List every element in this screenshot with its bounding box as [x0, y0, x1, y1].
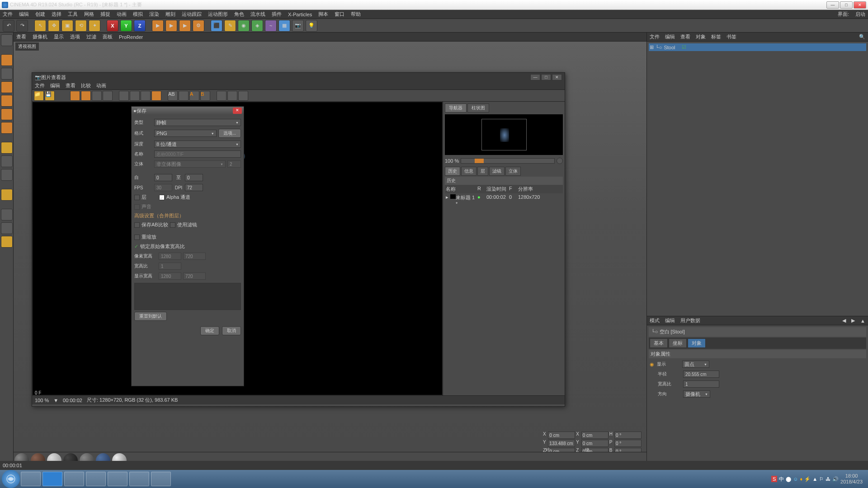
rotate-tool[interactable]: ⟲: [75, 20, 87, 32]
x-pos-input[interactable]: [548, 432, 575, 439]
bend-button[interactable]: ~: [265, 20, 277, 32]
camera-button[interactable]: 📷: [292, 20, 304, 32]
subdiv-button[interactable]: ◉: [238, 20, 250, 32]
pv-tool1-button[interactable]: [70, 91, 80, 101]
obj-menu-object[interactable]: 对象: [696, 33, 706, 40]
viewport-solo-button[interactable]: [1, 155, 13, 167]
menu-render[interactable]: 渲染: [149, 11, 159, 18]
reset-button[interactable]: 重置到默认: [134, 312, 167, 321]
pv-b-button[interactable]: B: [200, 91, 210, 101]
menu-pipeline[interactable]: 流水线: [250, 11, 265, 18]
pv-menu-compare[interactable]: 比较: [81, 82, 91, 89]
y-pos-input[interactable]: [548, 440, 575, 447]
name-input[interactable]: [154, 150, 241, 158]
alpha-checkbox[interactable]: ✓: [159, 195, 165, 200]
task-paint[interactable]: [151, 472, 171, 486]
pixel-w-input[interactable]: [159, 253, 181, 260]
tab-stereo[interactable]: 立体: [505, 167, 521, 176]
tab-info[interactable]: 信息: [461, 167, 476, 176]
layout-value[interactable]: 启动: [855, 11, 865, 18]
axis-x-toggle[interactable]: X: [107, 20, 118, 32]
nav-up-icon[interactable]: ▲: [860, 318, 865, 324]
select-tool[interactable]: ↖: [34, 20, 46, 32]
menu-script[interactable]: 脚本: [318, 11, 328, 18]
pv-close-button[interactable]: ✕: [552, 74, 562, 80]
render-button[interactable]: ▶: [152, 20, 164, 32]
h-input[interactable]: [614, 432, 642, 439]
search-icon[interactable]: 🔍: [859, 34, 865, 40]
display-h-input[interactable]: [183, 272, 206, 280]
tray-icon[interactable]: ♦: [800, 476, 803, 482]
ok-button[interactable]: 确定: [200, 326, 219, 335]
menu-animate[interactable]: 动画: [117, 11, 127, 18]
menu-sculpt[interactable]: 雕刻: [165, 11, 175, 18]
radius-input[interactable]: [683, 371, 719, 378]
attr-menu-userdata[interactable]: 用户数据: [680, 317, 700, 324]
pv-grid1-button[interactable]: [217, 91, 226, 101]
point-mode-button[interactable]: [1, 95, 13, 107]
workplane2-button[interactable]: [1, 189, 13, 201]
thumbnail[interactable]: [481, 119, 527, 150]
task-explorer[interactable]: [21, 472, 41, 486]
axis-z-toggle[interactable]: Z: [134, 20, 146, 32]
pv-channel1-button[interactable]: [119, 91, 129, 101]
to-input[interactable]: [185, 174, 203, 181]
tray-network-icon[interactable]: 🖧: [826, 476, 830, 482]
tray-flag-icon[interactable]: ⚐: [819, 476, 824, 482]
sound-checkbox[interactable]: [134, 204, 140, 210]
vp-menu-display[interactable]: 显示: [54, 33, 64, 40]
pv-open-button[interactable]: 📁: [34, 91, 44, 101]
pv-channel3-button[interactable]: [141, 91, 151, 101]
obj-menu-edit[interactable]: 编辑: [665, 33, 675, 40]
last-tool[interactable]: ✦: [89, 20, 100, 32]
maximize-button[interactable]: □: [840, 1, 853, 9]
vp-menu-view[interactable]: 查看: [16, 33, 26, 40]
pv-minimize-button[interactable]: —: [530, 74, 540, 80]
menu-mesh[interactable]: 网格: [84, 11, 94, 18]
menu-xparticles[interactable]: X-Particles: [288, 12, 312, 17]
x-size-input[interactable]: [581, 432, 609, 439]
pixel-h-input[interactable]: [183, 253, 206, 260]
pv-a-button[interactable]: A: [189, 91, 199, 101]
pen-button[interactable]: ✎: [224, 20, 236, 32]
menu-plugins[interactable]: 插件: [272, 11, 282, 18]
pv-tool4-button[interactable]: [103, 91, 113, 101]
tray-icon[interactable]: ⬤: [786, 476, 791, 482]
save-close-button[interactable]: ✕: [233, 108, 242, 114]
tab-histogram[interactable]: 柱状图: [467, 103, 489, 113]
tree-item-stool[interactable]: ⊞ └○ Stool ☑: [649, 43, 866, 51]
fps-input[interactable]: [154, 184, 172, 191]
depth-select[interactable]: 8 位/通道: [154, 141, 241, 148]
pv-menu-edit[interactable]: 编辑: [50, 82, 60, 89]
stereo-num-input[interactable]: [227, 160, 241, 168]
nav-fwd-icon[interactable]: ▶: [851, 318, 855, 324]
menu-help[interactable]: 帮助: [351, 11, 361, 18]
tab-filter[interactable]: 滤镜: [489, 167, 505, 176]
move-tool[interactable]: ✥: [48, 20, 60, 32]
edge-mode-button[interactable]: [1, 108, 13, 120]
menu-file[interactable]: 文件: [3, 11, 13, 18]
tray-icon[interactable]: ☺: [793, 476, 798, 482]
pv-maximize-button[interactable]: □: [541, 74, 551, 80]
menu-snap[interactable]: 捕捉: [100, 11, 110, 18]
menu-select[interactable]: 选择: [52, 11, 61, 18]
vp-menu-filter[interactable]: 过滤: [86, 33, 96, 40]
menu-mograph[interactable]: 运动图形: [208, 11, 228, 18]
format-select[interactable]: PNG: [154, 130, 217, 137]
task-app3[interactable]: [86, 472, 106, 486]
tray-ime-icon[interactable]: S: [771, 476, 777, 482]
nav-back-icon[interactable]: ◀: [842, 318, 846, 324]
dpi-input[interactable]: [185, 184, 203, 191]
layer-checkbox[interactable]: [134, 195, 140, 200]
pv-menu-anim[interactable]: 动画: [96, 82, 106, 89]
attr-menu-mode[interactable]: 模式: [650, 317, 660, 324]
task-app4[interactable]: [108, 472, 127, 486]
tab-layer[interactable]: 层: [477, 167, 488, 176]
task-c4d[interactable]: [129, 472, 149, 486]
texture-mode-button[interactable]: [1, 68, 13, 80]
obj-menu-file[interactable]: 文件: [650, 33, 660, 40]
snap-button[interactable]: [1, 169, 13, 181]
poly-mode-button[interactable]: [1, 122, 13, 134]
menu-window[interactable]: 窗口: [335, 11, 344, 18]
render-settings-button[interactable]: ⚙: [193, 20, 204, 32]
